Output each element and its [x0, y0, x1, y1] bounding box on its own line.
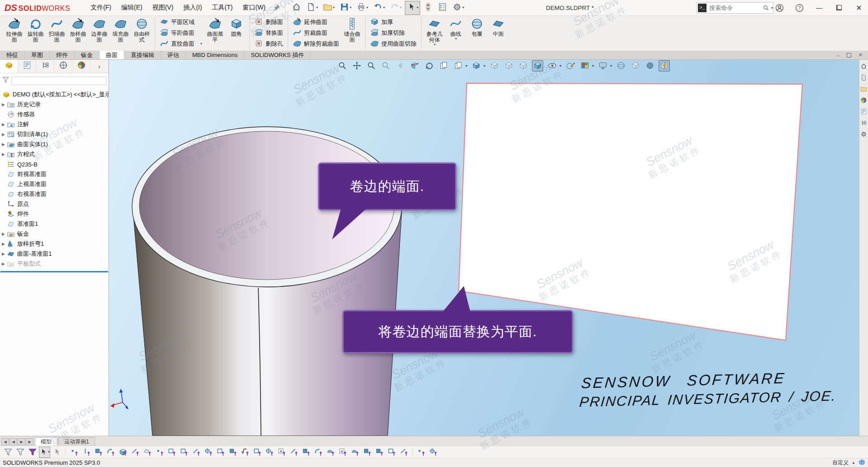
taskpane-settings-icon[interactable]	[860, 130, 868, 138]
frame-tool-icon[interactable]	[166, 447, 177, 458]
rollback-bar[interactable]	[0, 271, 108, 272]
half-section-tool-icon[interactable]	[349, 447, 360, 458]
tab-scroll-previous-icon[interactable]: ◀	[9, 438, 17, 445]
fillet-button[interactable]: 圆角	[226, 15, 247, 51]
search-box[interactable]: >_ ▾	[697, 2, 773, 14]
select-tool-icon[interactable]: ▾	[39, 447, 50, 458]
status-caret-icon[interactable]: ▲	[852, 461, 855, 465]
tab-scroll-next-icon[interactable]: ▶	[18, 438, 25, 445]
previous-view-icon[interactable]	[394, 60, 406, 71]
doc-restore-icon[interactable]	[847, 53, 851, 57]
tree-item[interactable]: Q235-B	[0, 159, 109, 169]
tree-item[interactable]: ▶曲面实体(1)	[0, 139, 109, 149]
surface-fill-tool-icon[interactable]	[105, 447, 116, 458]
lofted-surface-button[interactable]: 放样曲面	[67, 15, 89, 51]
model-tab-模型[interactable]: 模型	[35, 437, 57, 446]
remove-material-tool-icon[interactable]	[361, 447, 373, 458]
thicken-button[interactable]: 加厚	[368, 17, 419, 28]
dimxpertmanager-tab[interactable]	[54, 59, 72, 73]
corner-tool-icon[interactable]	[178, 447, 190, 458]
shaded-with-edges-icon[interactable]	[532, 60, 543, 71]
extruded-surface-button[interactable]: 拉伸曲面	[4, 15, 25, 51]
pin-menu-icon[interactable]	[273, 4, 280, 11]
model-tab-运动算例1[interactable]: 运动算例1	[58, 437, 95, 446]
shadows-icon[interactable]	[615, 60, 626, 71]
dropdown-caret-icon[interactable]: ▾	[465, 64, 467, 68]
replace-face-button[interactable]: 替换面	[252, 28, 285, 38]
pattern-tool-icon[interactable]	[227, 447, 238, 458]
section-view-icon[interactable]	[409, 60, 420, 71]
vertex-tool-icon[interactable]	[154, 447, 165, 458]
taskpane-resources-icon[interactable]	[860, 74, 868, 81]
taskpane-design-library-icon[interactable]	[860, 85, 868, 92]
tree-item[interactable]: ▶切割清单(1)	[0, 129, 109, 139]
tree-item[interactable]: ▶历史记录	[0, 100, 109, 110]
boundary-surface-button[interactable]: 边界曲面	[89, 15, 110, 51]
note-tool-icon[interactable]: A	[276, 447, 287, 458]
tree-item[interactable]: 基准面1	[0, 219, 109, 229]
ruled-surface-button[interactable]: 直纹曲面▾	[157, 38, 204, 49]
zoom-in-out-icon[interactable]	[365, 60, 377, 71]
tree-item[interactable]: 原点	[0, 199, 109, 209]
tree-item[interactable]: ▶放样折弯1	[0, 239, 109, 249]
account-icon[interactable]	[775, 3, 784, 12]
pen-tool-icon[interactable]	[398, 447, 409, 458]
offset-surface-button[interactable]: 等距曲面	[157, 28, 204, 38]
freeform-button[interactable]: 自由样式	[131, 15, 152, 51]
tree-item[interactable]: ▶曲面-基准面1	[0, 249, 109, 259]
perspective-icon[interactable]	[630, 60, 641, 71]
filter-menu-icon[interactable]	[27, 447, 38, 458]
curves-button[interactable]: 曲线▾	[445, 15, 466, 51]
bend-table-tool-icon[interactable]	[313, 447, 324, 458]
untrim-surface-button[interactable]: 解除剪裁曲面	[290, 38, 342, 49]
menu-item[interactable]: 编辑(E)	[116, 1, 147, 14]
tab-scroll-first-icon[interactable]: ◀	[1, 438, 9, 445]
extend-surface-button[interactable]: 延伸曲面	[290, 17, 342, 28]
taskpane-home-icon[interactable]	[860, 62, 868, 70]
dimension-box-tool-icon[interactable]	[251, 447, 263, 458]
grid-tool-icon[interactable]	[427, 447, 439, 458]
tree-expand-icon[interactable]: ▶	[0, 102, 7, 107]
undo-button[interactable]: ▾	[371, 1, 387, 15]
rebuild-button[interactable]	[422, 1, 435, 15]
performance-pipeline-icon[interactable]	[659, 60, 670, 71]
tree-expand-icon[interactable]: ▶	[0, 252, 7, 256]
tree-item[interactable]: ▶钣金	[0, 229, 109, 239]
snap-tool-icon[interactable]	[415, 447, 427, 458]
search-icon[interactable]	[763, 5, 769, 11]
taskpane-custom-properties-icon[interactable]	[860, 119, 868, 126]
propertymanager-tab[interactable]	[18, 59, 36, 73]
featuremanager-tab[interactable]	[0, 59, 18, 73]
tab-评估[interactable]: 评估	[161, 51, 186, 59]
flatten-surface-button[interactable]: 曲面展平	[204, 15, 226, 51]
bounding-box-tool-icon[interactable]	[215, 447, 226, 458]
hide-show-items-icon[interactable]	[546, 60, 558, 71]
angle-line-tool-icon[interactable]	[190, 447, 202, 458]
zoom-fit-icon[interactable]	[337, 60, 348, 71]
thickened-cut-button[interactable]: 加厚切除	[368, 28, 419, 38]
pan-icon[interactable]	[351, 60, 362, 71]
open-file-button[interactable]: ▾	[321, 1, 337, 15]
wireframe-style-icon[interactable]	[489, 60, 500, 71]
dropdown-caret-icon[interactable]: ▾	[610, 64, 612, 68]
tree-item[interactable]: 传感器	[0, 110, 109, 119]
home-button[interactable]	[290, 1, 303, 15]
centerline-tool-icon[interactable]	[81, 447, 92, 458]
help-icon[interactable]: ?	[795, 3, 804, 12]
tab-钣金[interactable]: 钣金	[75, 51, 100, 59]
tab-SOLIDWORKS 插件[interactable]: SOLIDWORKS 插件	[244, 51, 311, 59]
tree-item[interactable]: ▶A注解	[0, 119, 109, 129]
taskpane-view-palette-icon[interactable]	[860, 108, 868, 115]
tab-直接编辑[interactable]: 直接编辑	[124, 51, 161, 59]
weld-bead-tool-icon[interactable]	[325, 447, 336, 458]
panel-expand-tab[interactable]: ›	[90, 59, 109, 73]
status-customize-label[interactable]: 自定义	[832, 459, 849, 467]
tree-expand-icon[interactable]: ▶	[0, 242, 7, 246]
ambient-occlusion-icon[interactable]	[644, 60, 655, 71]
tab-曲面[interactable]: 曲面	[100, 51, 124, 59]
knit-surface-button[interactable]: 缝合曲面	[342, 15, 363, 51]
dropdown-caret-icon[interactable]: ▾	[484, 64, 485, 68]
settings-button[interactable]: ▾	[451, 1, 466, 15]
measure-tool-icon[interactable]	[239, 447, 251, 458]
point-tool-icon[interactable]	[68, 447, 80, 458]
